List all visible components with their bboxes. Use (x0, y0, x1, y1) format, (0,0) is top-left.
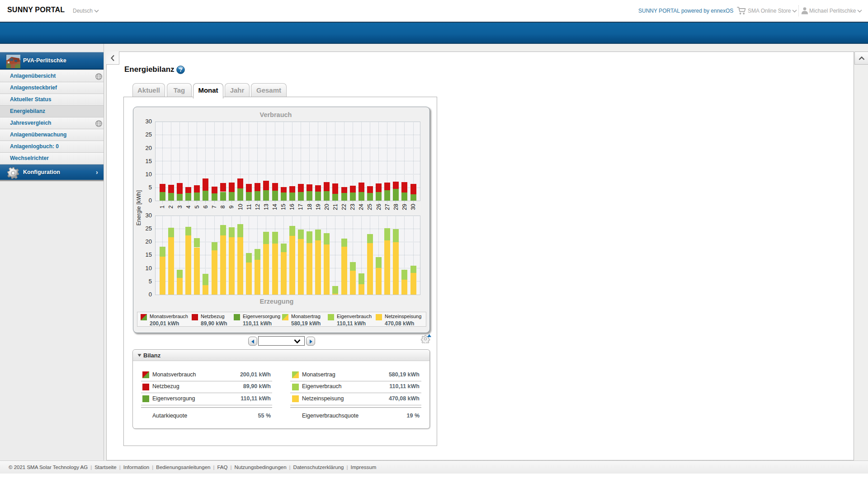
svg-text:?: ? (179, 67, 183, 73)
